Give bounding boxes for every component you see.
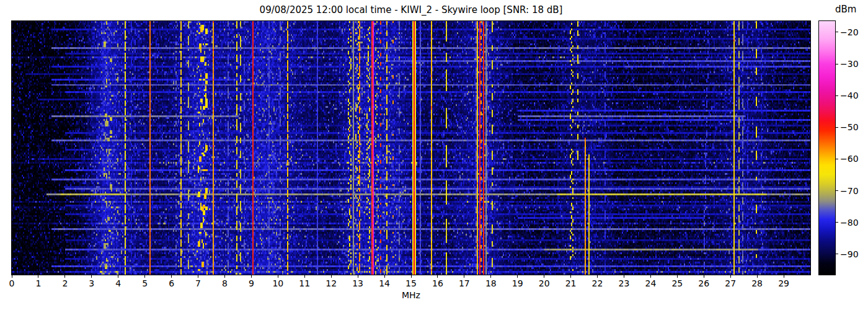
x-tick-label: 3 xyxy=(79,278,104,288)
x-tick-label: 22 xyxy=(585,278,610,288)
x-tick-label: 0 xyxy=(0,278,24,288)
x-tick-label: 19 xyxy=(505,278,530,288)
chart-title: 09/08/2025 12:00 local time - KIWI_2 - S… xyxy=(12,4,810,16)
x-tick-label: 17 xyxy=(452,278,477,288)
x-tick-label: 13 xyxy=(345,278,370,288)
x-tick-label: 6 xyxy=(159,278,184,288)
x-tick-mark xyxy=(198,275,198,278)
colorbar-tick-label: −40 xyxy=(840,91,867,100)
x-tick-label: 28 xyxy=(745,278,769,288)
colorbar-tick-mark xyxy=(836,190,838,191)
x-tick-label: 23 xyxy=(611,278,636,288)
x-tick-mark xyxy=(464,275,464,278)
x-tick-label: 12 xyxy=(319,278,343,288)
x-tick-mark xyxy=(331,275,332,278)
x-tick-mark xyxy=(624,275,624,278)
x-tick-mark xyxy=(224,275,225,278)
colorbar-tick-label: −80 xyxy=(840,218,867,228)
x-tick-mark xyxy=(704,275,704,278)
x-tick-label: 14 xyxy=(372,278,397,288)
colorbar-tick-mark xyxy=(836,222,838,223)
colorbar-tick-label: −60 xyxy=(840,154,867,164)
x-tick-mark xyxy=(784,275,784,278)
spectrogram-figure: 09/08/2025 12:00 local time - KIWI_2 - S… xyxy=(0,0,868,310)
x-tick-mark xyxy=(677,275,678,278)
x-tick-mark xyxy=(91,275,92,278)
x-tick-mark xyxy=(278,275,278,278)
x-tick-label: 9 xyxy=(239,278,264,288)
x-tick-mark xyxy=(358,275,358,278)
colorbar-unit-label: dBm xyxy=(835,4,856,15)
x-tick-mark xyxy=(437,275,438,278)
colorbar-tick-label: −20 xyxy=(840,27,867,37)
colorbar-tick-label: −70 xyxy=(840,186,867,196)
colorbar-tick-mark xyxy=(836,95,838,96)
colorbar-tick-label: −30 xyxy=(840,59,867,69)
x-tick-label: 5 xyxy=(133,278,157,288)
colorbar-tick-mark xyxy=(836,32,838,32)
x-tick-mark xyxy=(64,275,65,278)
colorbar-tick-mark xyxy=(836,127,838,128)
x-tick-label: 10 xyxy=(265,278,290,288)
x-tick-mark xyxy=(757,275,758,278)
x-tick-mark xyxy=(144,275,145,278)
x-tick-label: 21 xyxy=(559,278,583,288)
x-tick-label: 11 xyxy=(292,278,317,288)
x-tick-mark xyxy=(650,275,651,278)
x-tick-mark xyxy=(570,275,571,278)
x-tick-label: 18 xyxy=(479,278,503,288)
x-tick-label: 1 xyxy=(26,278,51,288)
x-tick-mark xyxy=(490,275,491,278)
colorbar-tick-mark xyxy=(836,64,838,64)
colorbar-tick-label: −90 xyxy=(840,249,867,259)
colorbar-tick-mark xyxy=(836,159,838,159)
x-tick-mark xyxy=(12,275,12,278)
x-tick-mark xyxy=(384,275,385,278)
x-tick-mark xyxy=(304,275,305,278)
x-tick-label: 26 xyxy=(691,278,716,288)
x-tick-mark xyxy=(38,275,38,278)
x-tick-mark xyxy=(597,275,598,278)
x-tick-label: 27 xyxy=(718,278,743,288)
x-tick-mark xyxy=(730,275,731,278)
plot-frame xyxy=(11,20,811,275)
x-tick-mark xyxy=(118,275,118,278)
x-tick-label: 24 xyxy=(638,278,663,288)
x-tick-mark xyxy=(544,275,544,278)
colorbar-tick-mark xyxy=(836,254,838,254)
x-tick-mark xyxy=(411,275,412,278)
colorbar-gradient xyxy=(818,20,836,275)
x-tick-mark xyxy=(517,275,518,278)
x-tick-label: 29 xyxy=(771,278,796,288)
x-tick-label: 8 xyxy=(212,278,237,288)
x-tick-label: 16 xyxy=(425,278,450,288)
x-tick-label: 20 xyxy=(532,278,557,288)
x-tick-label: 2 xyxy=(53,278,78,288)
x-tick-mark xyxy=(251,275,252,278)
waterfall-canvas xyxy=(12,21,810,275)
x-tick-label: 15 xyxy=(399,278,423,288)
x-axis-label: MHz xyxy=(12,290,810,300)
x-tick-mark xyxy=(171,275,172,278)
x-tick-label: 4 xyxy=(106,278,131,288)
x-tick-label: 25 xyxy=(665,278,689,288)
colorbar-tick-label: −50 xyxy=(840,122,867,132)
x-tick-label: 7 xyxy=(186,278,211,288)
